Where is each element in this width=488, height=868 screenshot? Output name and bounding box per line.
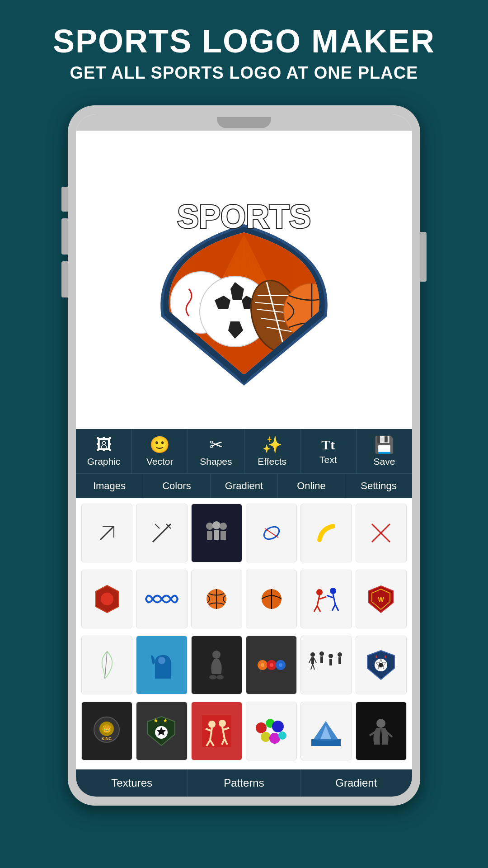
phone-mockup: SPORTS 🖼 Graphic 🙂 Vector ✂ Shapes ✨ Eff… bbox=[68, 105, 420, 806]
svg-point-36 bbox=[206, 523, 213, 530]
nav-images[interactable]: Images bbox=[76, 474, 143, 498]
grid-item-basketball2[interactable] bbox=[246, 570, 297, 628]
grid-item-infinity[interactable] bbox=[136, 570, 187, 628]
app-title: SPORTS LOGO MAKER bbox=[53, 23, 435, 60]
svg-point-73 bbox=[310, 652, 315, 657]
save-label: Save bbox=[374, 456, 395, 467]
svg-rect-37 bbox=[207, 531, 212, 540]
grid-item-karate[interactable] bbox=[191, 702, 242, 760]
svg-line-55 bbox=[317, 606, 320, 612]
svg-text:W: W bbox=[378, 596, 385, 603]
svg-line-59 bbox=[332, 604, 335, 611]
grid-item-feather[interactable] bbox=[81, 636, 132, 694]
shapes-label: Shapes bbox=[200, 456, 232, 467]
nav-colors[interactable]: Colors bbox=[143, 474, 211, 498]
svg-line-60 bbox=[335, 604, 338, 611]
svg-line-53 bbox=[319, 597, 326, 599]
svg-line-76 bbox=[314, 658, 316, 663]
effects-label: Effects bbox=[258, 456, 286, 467]
svg-rect-41 bbox=[221, 531, 226, 540]
svg-point-81 bbox=[328, 654, 333, 658]
phone-notch-cutout bbox=[217, 117, 271, 128]
svg-point-120 bbox=[376, 719, 385, 728]
svg-point-66 bbox=[216, 675, 224, 679]
svg-point-83 bbox=[338, 652, 342, 657]
graphic-icon: 🖼 bbox=[96, 435, 112, 454]
grid-item-cricket[interactable] bbox=[136, 504, 187, 562]
nav-settings[interactable]: Settings bbox=[345, 474, 412, 498]
svg-line-58 bbox=[327, 595, 333, 598]
svg-point-105 bbox=[219, 720, 226, 727]
grid-item-hockey[interactable] bbox=[356, 504, 407, 562]
svg-point-38 bbox=[212, 521, 221, 529]
svg-line-52 bbox=[317, 595, 319, 606]
grid-item-basketball-orange[interactable] bbox=[191, 570, 242, 628]
nav-gradient[interactable]: Gradient bbox=[211, 474, 278, 498]
toolbar-shapes-btn[interactable]: ✂ Shapes bbox=[188, 429, 244, 473]
grid-item-shadow-figure[interactable] bbox=[191, 636, 242, 694]
phone-btn-volume-up[interactable] bbox=[61, 218, 68, 255]
grid-item-team[interactable] bbox=[191, 504, 242, 562]
toolbar-vector-btn[interactable]: 🙂 Vector bbox=[132, 429, 188, 473]
tab-patterns[interactable]: Patterns bbox=[188, 769, 300, 797]
grid-row-4: 👑 KING bbox=[80, 700, 408, 762]
grid-item-badge-red[interactable] bbox=[81, 570, 132, 628]
grid-item-banana[interactable] bbox=[300, 504, 352, 562]
svg-point-79 bbox=[319, 651, 324, 656]
phone-btn-volume-indicator bbox=[61, 187, 68, 212]
grid-item-archery[interactable] bbox=[81, 504, 132, 562]
svg-point-110 bbox=[256, 722, 267, 733]
phone-screen: SPORTS 🖼 Graphic 🙂 Vector ✂ Shapes ✨ Eff… bbox=[76, 114, 412, 797]
grid-item-sports-action[interactable] bbox=[300, 570, 352, 628]
svg-point-115 bbox=[278, 731, 286, 740]
tab-textures[interactable]: Textures bbox=[76, 769, 188, 797]
svg-point-63 bbox=[158, 657, 165, 664]
grid-item-lion[interactable]: 👑 KING bbox=[81, 702, 132, 760]
secondary-nav: Images Colors Gradient Online Settings bbox=[76, 473, 412, 498]
nav-online[interactable]: Online bbox=[278, 474, 345, 498]
grid-item-silhouettes[interactable] bbox=[300, 636, 352, 694]
app-subtitle: GET ALL SPORTS LOGO AT ONE PLACE bbox=[53, 63, 435, 83]
grid-item-soccer-shield[interactable] bbox=[356, 636, 407, 694]
grid-item-dark-figure[interactable] bbox=[356, 702, 407, 760]
svg-line-43 bbox=[265, 528, 278, 538]
phone-btn-volume-down[interactable] bbox=[61, 261, 68, 297]
grid-area: W bbox=[76, 498, 412, 769]
bottom-tabs: Textures Patterns Gradient bbox=[76, 769, 412, 797]
text-icon: Tt bbox=[321, 437, 335, 453]
phone-btn-power[interactable] bbox=[420, 232, 427, 282]
svg-point-70 bbox=[261, 663, 264, 667]
grid-item-colorful-balls[interactable] bbox=[246, 702, 297, 760]
grid-item-blue-glove[interactable] bbox=[136, 636, 187, 694]
grid-item-mountain-boat[interactable] bbox=[300, 702, 352, 760]
svg-point-64 bbox=[212, 651, 221, 659]
toolbar: 🖼 Graphic 🙂 Vector ✂ Shapes ✨ Effects Tt… bbox=[76, 429, 412, 473]
grid-item-soccer-badge[interactable] bbox=[136, 702, 187, 760]
toolbar-effects-btn[interactable]: ✨ Effects bbox=[244, 429, 300, 473]
svg-point-112 bbox=[272, 721, 284, 732]
grid-item-shield-emblem[interactable]: W bbox=[356, 570, 407, 628]
svg-point-46 bbox=[101, 593, 113, 605]
text-label: Text bbox=[319, 454, 337, 465]
grid-row-3 bbox=[80, 634, 408, 696]
svg-text:KING: KING bbox=[102, 736, 112, 741]
svg-line-34 bbox=[155, 524, 160, 528]
grid-item-sports-balls[interactable] bbox=[246, 636, 297, 694]
svg-rect-82 bbox=[329, 659, 332, 665]
grid-item-rugby[interactable] bbox=[246, 504, 297, 562]
toolbar-text-btn[interactable]: Tt Text bbox=[300, 429, 357, 473]
toolbar-save-btn[interactable]: 💾 Save bbox=[357, 429, 412, 473]
grid-row-1 bbox=[80, 502, 408, 564]
svg-line-77 bbox=[311, 664, 313, 670]
svg-line-54 bbox=[314, 606, 317, 612]
svg-rect-80 bbox=[320, 656, 323, 663]
svg-line-75 bbox=[309, 658, 311, 663]
svg-rect-74 bbox=[311, 657, 314, 664]
svg-point-71 bbox=[270, 663, 273, 667]
sports-logo-svg: SPORTS bbox=[136, 153, 352, 406]
save-icon: 💾 bbox=[374, 435, 394, 454]
svg-line-57 bbox=[333, 594, 335, 604]
tab-gradient[interactable]: Gradient bbox=[300, 769, 412, 797]
svg-text:👑: 👑 bbox=[103, 725, 111, 733]
toolbar-graphic-btn[interactable]: 🖼 Graphic bbox=[76, 429, 132, 473]
